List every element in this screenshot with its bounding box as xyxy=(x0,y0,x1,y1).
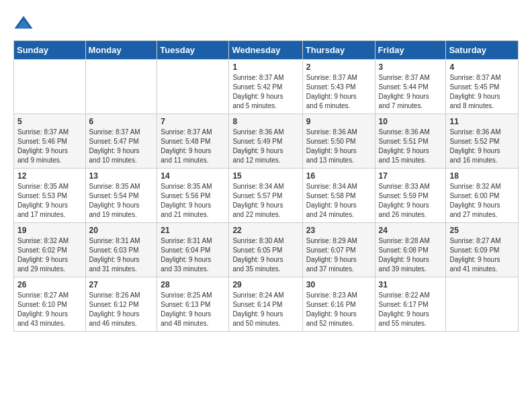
calendar-week-1: 1Sunrise: 8:37 AM Sunset: 5:42 PM Daylig… xyxy=(14,60,519,114)
day-number: 31 xyxy=(379,280,443,289)
day-info: Sunrise: 8:27 AM Sunset: 6:10 PM Dayligh… xyxy=(17,291,82,328)
day-info: Sunrise: 8:30 AM Sunset: 6:05 PM Dayligh… xyxy=(232,236,298,274)
day-info: Sunrise: 8:35 AM Sunset: 5:53 PM Dayligh… xyxy=(17,182,82,220)
day-info: Sunrise: 8:35 AM Sunset: 5:56 PM Dayligh… xyxy=(161,182,225,220)
day-info: Sunrise: 8:36 AM Sunset: 5:50 PM Dayligh… xyxy=(306,128,371,165)
calendar-cell: 27Sunrise: 8:26 AM Sunset: 6:12 PM Dayli… xyxy=(85,277,157,332)
day-info: Sunrise: 8:37 AM Sunset: 5:47 PM Dayligh… xyxy=(89,128,154,165)
day-info: Sunrise: 8:33 AM Sunset: 5:59 PM Dayligh… xyxy=(379,182,443,220)
calendar-cell xyxy=(157,60,229,114)
calendar-cell: 12Sunrise: 8:35 AM Sunset: 5:53 PM Dayli… xyxy=(14,169,86,223)
logo xyxy=(13,13,36,34)
day-number: 23 xyxy=(306,226,371,235)
day-info: Sunrise: 8:29 AM Sunset: 6:07 PM Dayligh… xyxy=(306,236,371,274)
calendar-week-5: 26Sunrise: 8:27 AM Sunset: 6:10 PM Dayli… xyxy=(14,277,519,332)
day-number: 18 xyxy=(449,171,515,181)
day-number: 16 xyxy=(306,171,371,181)
calendar-cell: 11Sunrise: 8:36 AM Sunset: 5:52 PM Dayli… xyxy=(446,114,519,169)
calendar-cell xyxy=(85,60,157,114)
day-info: Sunrise: 8:25 AM Sunset: 6:13 PM Dayligh… xyxy=(161,291,225,328)
day-number: 30 xyxy=(306,280,371,289)
day-number: 1 xyxy=(232,62,298,72)
day-info: Sunrise: 8:37 AM Sunset: 5:48 PM Dayligh… xyxy=(161,128,225,165)
day-header-saturday: Saturday xyxy=(446,41,519,60)
calendar-week-2: 5Sunrise: 8:37 AM Sunset: 5:46 PM Daylig… xyxy=(14,114,519,169)
calendar-cell: 22Sunrise: 8:30 AM Sunset: 6:05 PM Dayli… xyxy=(229,223,302,277)
calendar-cell: 20Sunrise: 8:31 AM Sunset: 6:03 PM Dayli… xyxy=(85,223,157,277)
day-number: 24 xyxy=(379,226,443,235)
calendar-cell: 17Sunrise: 8:33 AM Sunset: 5:59 PM Dayli… xyxy=(375,169,446,223)
calendar-cell: 21Sunrise: 8:31 AM Sunset: 6:04 PM Dayli… xyxy=(157,223,229,277)
calendar-cell: 30Sunrise: 8:23 AM Sunset: 6:16 PM Dayli… xyxy=(302,277,375,332)
day-info: Sunrise: 8:32 AM Sunset: 6:02 PM Dayligh… xyxy=(17,236,82,274)
calendar-cell: 14Sunrise: 8:35 AM Sunset: 5:56 PM Dayli… xyxy=(157,169,229,223)
calendar-cell: 28Sunrise: 8:25 AM Sunset: 6:13 PM Dayli… xyxy=(157,277,229,332)
calendar-table: SundayMondayTuesdayWednesdayThursdayFrid… xyxy=(13,40,519,332)
day-number: 7 xyxy=(161,117,225,126)
day-number: 9 xyxy=(306,117,371,126)
day-number: 6 xyxy=(89,117,154,126)
day-number: 2 xyxy=(306,62,371,72)
day-number: 21 xyxy=(161,226,225,235)
calendar-cell: 10Sunrise: 8:36 AM Sunset: 5:51 PM Dayli… xyxy=(375,114,446,169)
day-info: Sunrise: 8:22 AM Sunset: 6:17 PM Dayligh… xyxy=(379,291,443,328)
calendar-cell: 8Sunrise: 8:36 AM Sunset: 5:49 PM Daylig… xyxy=(229,114,302,169)
day-header-wednesday: Wednesday xyxy=(229,41,302,60)
day-number: 20 xyxy=(89,226,154,235)
day-info: Sunrise: 8:24 AM Sunset: 6:14 PM Dayligh… xyxy=(232,291,298,328)
day-info: Sunrise: 8:37 AM Sunset: 5:42 PM Dayligh… xyxy=(232,73,298,111)
calendar-cell: 16Sunrise: 8:34 AM Sunset: 5:58 PM Dayli… xyxy=(302,169,375,223)
day-info: Sunrise: 8:37 AM Sunset: 5:43 PM Dayligh… xyxy=(306,73,371,111)
day-info: Sunrise: 8:26 AM Sunset: 6:12 PM Dayligh… xyxy=(89,291,154,328)
calendar-cell: 18Sunrise: 8:32 AM Sunset: 6:00 PM Dayli… xyxy=(446,169,519,223)
day-info: Sunrise: 8:37 AM Sunset: 5:46 PM Dayligh… xyxy=(17,128,82,165)
calendar-cell: 4Sunrise: 8:37 AM Sunset: 5:45 PM Daylig… xyxy=(446,60,519,114)
day-number: 17 xyxy=(379,171,443,181)
calendar-cell: 3Sunrise: 8:37 AM Sunset: 5:44 PM Daylig… xyxy=(375,60,446,114)
day-info: Sunrise: 8:34 AM Sunset: 5:57 PM Dayligh… xyxy=(232,182,298,220)
day-info: Sunrise: 8:34 AM Sunset: 5:58 PM Dayligh… xyxy=(306,182,371,220)
logo-icon xyxy=(13,13,34,34)
day-info: Sunrise: 8:28 AM Sunset: 6:08 PM Dayligh… xyxy=(379,236,443,274)
day-number: 13 xyxy=(89,171,154,181)
day-info: Sunrise: 8:35 AM Sunset: 5:54 PM Dayligh… xyxy=(89,182,154,220)
day-number: 25 xyxy=(449,226,515,235)
day-header-monday: Monday xyxy=(85,41,157,60)
day-number: 12 xyxy=(17,171,82,181)
day-info: Sunrise: 8:37 AM Sunset: 5:45 PM Dayligh… xyxy=(449,73,515,111)
day-number: 5 xyxy=(17,117,82,126)
day-number: 10 xyxy=(379,117,443,126)
day-number: 22 xyxy=(232,226,298,235)
day-info: Sunrise: 8:31 AM Sunset: 6:03 PM Dayligh… xyxy=(89,236,154,274)
day-number: 19 xyxy=(17,226,82,235)
calendar-cell: 7Sunrise: 8:37 AM Sunset: 5:48 PM Daylig… xyxy=(157,114,229,169)
calendar-cell: 24Sunrise: 8:28 AM Sunset: 6:08 PM Dayli… xyxy=(375,223,446,277)
calendar-cell: 13Sunrise: 8:35 AM Sunset: 5:54 PM Dayli… xyxy=(85,169,157,223)
calendar-cell: 19Sunrise: 8:32 AM Sunset: 6:02 PM Dayli… xyxy=(14,223,86,277)
calendar-cell: 26Sunrise: 8:27 AM Sunset: 6:10 PM Dayli… xyxy=(14,277,86,332)
day-info: Sunrise: 8:31 AM Sunset: 6:04 PM Dayligh… xyxy=(161,236,225,274)
calendar-cell: 23Sunrise: 8:29 AM Sunset: 6:07 PM Dayli… xyxy=(302,223,375,277)
day-info: Sunrise: 8:32 AM Sunset: 6:00 PM Dayligh… xyxy=(449,182,515,220)
calendar-week-4: 19Sunrise: 8:32 AM Sunset: 6:02 PM Dayli… xyxy=(14,223,519,277)
day-number: 11 xyxy=(449,117,515,126)
day-number: 26 xyxy=(17,280,82,289)
day-number: 27 xyxy=(89,280,154,289)
calendar-header-row: SundayMondayTuesdayWednesdayThursdayFrid… xyxy=(14,41,519,60)
calendar-cell: 6Sunrise: 8:37 AM Sunset: 5:47 PM Daylig… xyxy=(85,114,157,169)
page-header xyxy=(13,13,519,34)
day-header-friday: Friday xyxy=(375,41,446,60)
day-header-sunday: Sunday xyxy=(14,41,86,60)
calendar-week-3: 12Sunrise: 8:35 AM Sunset: 5:53 PM Dayli… xyxy=(14,169,519,223)
calendar-cell xyxy=(446,277,519,332)
calendar-cell: 29Sunrise: 8:24 AM Sunset: 6:14 PM Dayli… xyxy=(229,277,302,332)
day-header-thursday: Thursday xyxy=(302,41,375,60)
day-number: 15 xyxy=(232,171,298,181)
day-number: 8 xyxy=(232,117,298,126)
day-number: 14 xyxy=(161,171,225,181)
calendar-cell: 15Sunrise: 8:34 AM Sunset: 5:57 PM Dayli… xyxy=(229,169,302,223)
day-number: 29 xyxy=(232,280,298,289)
day-info: Sunrise: 8:27 AM Sunset: 6:09 PM Dayligh… xyxy=(449,236,515,274)
day-number: 3 xyxy=(379,62,443,72)
calendar-cell: 5Sunrise: 8:37 AM Sunset: 5:46 PM Daylig… xyxy=(14,114,86,169)
